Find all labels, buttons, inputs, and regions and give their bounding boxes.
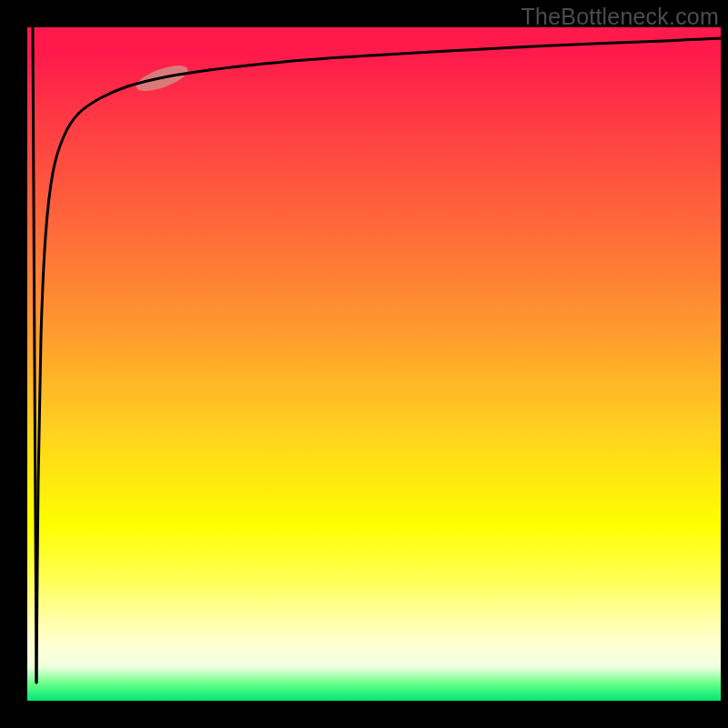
chart-frame: TheBottleneck.com <box>0 0 728 728</box>
attribution-watermark: TheBottleneck.com <box>521 4 719 30</box>
curve-layer <box>27 27 721 701</box>
plot-area <box>27 27 721 701</box>
bottleneck-curve <box>36 38 721 682</box>
